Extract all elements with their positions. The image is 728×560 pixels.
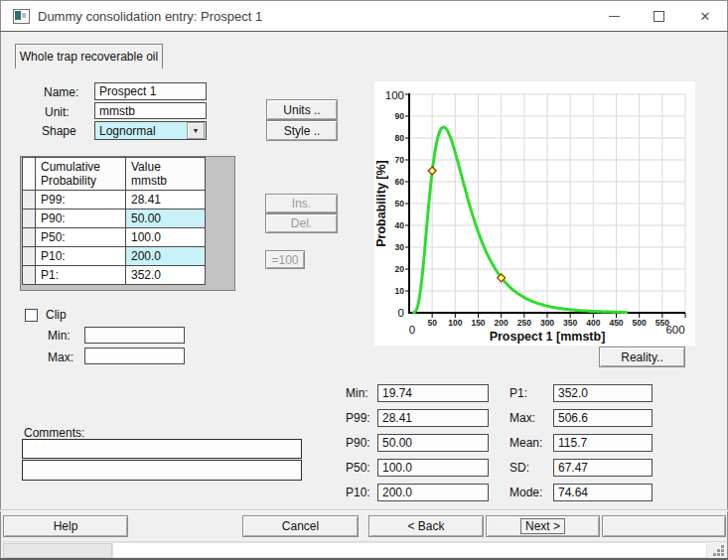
stat-label: SD: (510, 461, 529, 475)
delete-row-button[interactable]: Del. (265, 213, 338, 233)
stat-label: Mode: (510, 486, 542, 499)
equals-100-button[interactable]: =100 (265, 250, 305, 269)
x-tick-label: 300 (540, 318, 554, 328)
header-line2: mmstb (131, 174, 167, 188)
chevron-down-icon[interactable]: ▼ (187, 122, 205, 139)
x-tick-label: 250 (517, 318, 531, 328)
stat-value-field: 352.0 (553, 384, 653, 402)
back-button-label: < Back (407, 519, 444, 533)
table-cell-value-4[interactable]: 352.0 (126, 266, 206, 285)
app-icon-left (15, 11, 21, 20)
table-cell-value-2[interactable]: 100.0 (126, 228, 206, 247)
stat-label: P50: (346, 461, 370, 475)
maximize-icon (654, 11, 664, 22)
table-row-selector[interactable] (22, 191, 36, 210)
header-line1: Cumulative (41, 160, 100, 174)
x-tick-label: 450 (609, 318, 623, 328)
app-icon (13, 9, 30, 24)
cancel-button[interactable]: Cancel (242, 515, 359, 537)
stat-label: P10: (346, 486, 370, 499)
next-button[interactable]: Next > (486, 515, 600, 537)
cancel-button-label: Cancel (282, 519, 319, 533)
stat-value-field: 19.74 (377, 384, 489, 402)
shape-label: Shape (42, 124, 76, 138)
clip-min-input[interactable] (84, 327, 185, 344)
x-tick-label: 500 (633, 318, 647, 328)
stat-value-field: 50.00 (377, 434, 489, 452)
distribution-chart: 5010015020025030035040045050055010203040… (374, 81, 695, 346)
window-title: Dummy consolidation entry: Prospect 1 (38, 9, 262, 24)
clip-label: Clip (46, 308, 67, 322)
pdf-curve (414, 127, 627, 313)
unit-label: Unit: (45, 105, 70, 119)
y-tick-label: 40 (395, 220, 405, 230)
minimize-icon (609, 16, 620, 17)
insert-row-button[interactable]: Ins. (265, 194, 338, 213)
y-tick-label: 60 (395, 177, 405, 187)
y-tick-label: 20 (395, 264, 405, 274)
header-line1: Value (131, 160, 161, 174)
y-tick-label: 70 (395, 155, 405, 165)
table-cell-label-0[interactable]: P99: (36, 191, 126, 210)
footer-divider-highlight (0, 510, 728, 511)
table-cell-label-2[interactable]: P50: (36, 228, 126, 247)
name-input[interactable]: Prospect 1 (94, 82, 207, 100)
delete-row-label: Del. (291, 216, 312, 230)
x-tick-label: 400 (586, 318, 600, 328)
tab-whole-trap-recoverable-oil[interactable]: Whole trap recoverable oil (15, 44, 163, 69)
close-icon: ✕ (700, 10, 711, 23)
resize-grip-icon[interactable] (721, 553, 724, 556)
table-row-selector[interactable] (22, 210, 36, 228)
table-cell-value-0[interactable]: 28.41 (126, 191, 206, 210)
x-tick-label: 50 (427, 318, 437, 328)
clip-max-input[interactable] (84, 348, 185, 364)
table-row-selector[interactable] (22, 247, 36, 266)
stat-value-field: 506.6 (553, 409, 653, 427)
units-button-label: Units .. (283, 103, 320, 117)
clip-checkbox[interactable] (25, 309, 38, 322)
comments-label: Comments: (24, 426, 84, 440)
name-label: Name: (44, 85, 78, 99)
units-button[interactable]: Units .. (266, 99, 338, 120)
stat-label: P99: (346, 411, 370, 425)
table-cell-value-3[interactable]: 200.0 (126, 247, 206, 266)
unit-input[interactable]: mmstb (94, 102, 207, 119)
stat-label: Mean: (510, 436, 542, 450)
y-axis-max-label: 100 (385, 89, 404, 101)
help-button[interactable]: Help (3, 515, 128, 537)
table-cell-label-4[interactable]: P1: (36, 266, 126, 285)
style-button-label: Style .. (284, 124, 321, 138)
back-button[interactable]: < Back (368, 515, 484, 537)
stat-label: P90: (346, 436, 370, 450)
close-button[interactable]: ✕ (683, 1, 727, 32)
x-tick-label: 200 (495, 318, 509, 328)
table-cell-value-1[interactable]: 50.00 (126, 210, 206, 228)
table-row-selector[interactable] (22, 266, 36, 285)
stat-label: P1: (510, 386, 527, 400)
y-tick-label: 10 (395, 286, 405, 296)
stat-value-field: 100.0 (377, 459, 489, 477)
style-button[interactable]: Style .. (266, 120, 338, 141)
comments-line-1[interactable] (22, 439, 302, 459)
table-row-selector[interactable] (22, 228, 36, 247)
comments-line-2[interactable] (22, 460, 302, 481)
shape-dropdown[interactable]: Lognormal ▼ (94, 121, 207, 140)
stat-label: Min: (346, 386, 368, 400)
percentile-marker[interactable] (428, 167, 436, 175)
maximize-button[interactable] (637, 1, 680, 32)
table-cell-label-1[interactable]: P90: (36, 210, 126, 228)
next-button-label: Next > (520, 518, 565, 534)
y-tick-label: 50 (395, 199, 405, 209)
clip-min-label: Min: (48, 329, 71, 343)
table-header-selector (22, 157, 36, 191)
reality-button-label: Reality.. (621, 350, 662, 364)
table-cell-label-3[interactable]: P10: (36, 247, 126, 266)
blank-button[interactable] (602, 515, 726, 537)
equals-100-label: =100 (271, 253, 298, 267)
help-button-label: Help (54, 519, 78, 533)
stat-value-field: 28.41 (377, 409, 489, 427)
dialog-window: Dummy consolidation entry: Prospect 1 ✕ … (0, 0, 728, 560)
reality-button[interactable]: Reality.. (599, 347, 685, 367)
stat-label: Max: (510, 411, 535, 425)
minimize-button[interactable] (592, 1, 636, 32)
